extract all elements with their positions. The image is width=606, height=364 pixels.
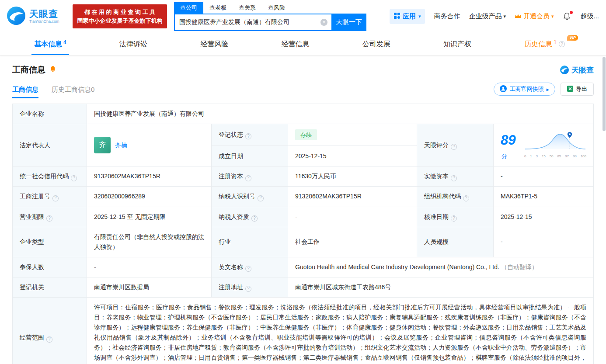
legal-rep-avatar[interactable]: 齐: [94, 137, 111, 153]
snapshot-icon: [500, 85, 507, 94]
reg-number-value: 320602000966289: [87, 187, 212, 207]
reg-capital-label: 注册资本?: [212, 166, 288, 187]
vip-badge: VIP: [567, 35, 578, 41]
org-code-label: 组织机构代码?: [417, 187, 494, 207]
business-term-value: 2025-12-15 至 无固定期限: [87, 207, 212, 227]
business-term-label: 营业期限?: [13, 207, 87, 227]
promo-line1: 都 在 用 的 商 业 查 询 工 具: [75, 8, 164, 17]
tab-basic-info[interactable]: 基本信息 4: [31, 33, 69, 55]
help-icon[interactable]: ?: [559, 41, 565, 47]
export-button[interactable]: 导出: [561, 83, 594, 96]
score-axis: 0131550859799100: [524, 153, 586, 159]
help-icon[interactable]: ?: [451, 144, 457, 150]
reg-authority-value: 南通市崇川区数据局: [87, 277, 212, 297]
chevron-down-icon: ▾: [418, 14, 421, 19]
search-input[interactable]: [174, 14, 331, 31]
table-row: 企业名称 国投健康医养产业发展（南通）有限公司: [13, 104, 594, 124]
subtab-business-info[interactable]: 工商信息: [12, 86, 38, 98]
english-name-cell: Guotou Health and Medical Care Industry …: [288, 257, 594, 277]
score-label: 天眼评分?: [417, 124, 494, 166]
help-icon[interactable]: ?: [251, 215, 258, 222]
table-row: 登记机关 南通市崇川区数据局 注册地址? 南通市崇川区城东街道工农路486号: [13, 277, 594, 297]
tab-operation-risk[interactable]: 经营风险: [198, 33, 231, 55]
apps-menu-button[interactable]: 应用 ▾: [390, 9, 425, 24]
help-icon[interactable]: ?: [463, 195, 469, 201]
approval-date-value: 2025-12-15: [494, 207, 594, 227]
tab-operation-info[interactable]: 经营信息: [279, 33, 312, 55]
legal-rep-name-link[interactable]: 齐楠: [115, 140, 127, 150]
search-tab-relation[interactable]: 查关系: [233, 2, 262, 14]
company-type-label: 企业类型: [13, 227, 87, 257]
english-name-label: 英文名称?: [212, 257, 288, 277]
tab-count: 4: [63, 39, 66, 45]
tab-legal-litigation[interactable]: 法律诉讼: [117, 33, 150, 55]
business-cooperation-link[interactable]: 商务合作: [434, 12, 460, 21]
search-tab-risk[interactable]: 查风险: [262, 2, 291, 14]
taxpayer-id-label: 纳税人识别号?: [212, 187, 288, 207]
credit-code-value: 91320602MAK36TP15R: [87, 166, 212, 187]
legal-rep-label: 法定代表人: [13, 124, 87, 166]
reg-number-label: 工商注册号?: [13, 187, 87, 207]
help-icon[interactable]: ?: [258, 195, 264, 201]
help-icon[interactable]: ?: [245, 286, 251, 292]
apps-grid-icon: [394, 13, 400, 20]
insured-count-label: 参保人数: [13, 257, 87, 277]
table-row: 经营范围? 许可项目：住宿服务；医疗服务；食品销售；餐饮服务；理发服务；洗浴服务…: [13, 297, 594, 364]
org-code-value: MAK36TP1-5: [494, 187, 594, 207]
establish-date-label: 成立日期: [212, 146, 288, 166]
notification-bell-icon[interactable]: [562, 12, 571, 21]
tab-intellectual-property[interactable]: 知识产权: [441, 33, 474, 55]
main-content: 工商信息 天眼查 工商信息 历史工商信息0: [0, 64, 606, 364]
help-icon[interactable]: ?: [52, 195, 59, 201]
reg-status-label: 登记状态?: [212, 124, 288, 146]
alarm-bell-icon[interactable]: [49, 65, 57, 75]
help-icon[interactable]: ?: [245, 266, 251, 272]
enterprise-products-link[interactable]: 企业级产品 ▾: [469, 12, 506, 21]
tab-history-info[interactable]: VIP 历史信息 1 ?: [522, 33, 575, 55]
official-snapshot-button[interactable]: 工商官网快照 ▸: [494, 83, 555, 96]
promo-line2: 国家中小企业发展子基金旗下机构: [75, 17, 164, 25]
super-vip-link[interactable]: 超级...: [580, 12, 599, 21]
promo-banner: 都 在 用 的 商 业 查 询 工 具 国家中小企业发展子基金旗下机构: [73, 4, 167, 28]
brand-domain: TianYanCha.com: [29, 20, 59, 24]
search-tabs: 查公司 查老板 查关系 查风险: [174, 2, 366, 14]
business-scope-label: 经营范围?: [13, 297, 87, 364]
help-icon[interactable]: ?: [46, 215, 52, 222]
industry-value: 社会工作: [288, 227, 417, 257]
open-vip-link[interactable]: 开通会员 ▾: [515, 12, 554, 21]
search-tab-company[interactable]: 查公司: [174, 2, 203, 14]
table-row: 工商注册号? 320602000966289 纳税人识别号? 91320602M…: [13, 187, 594, 207]
help-icon[interactable]: ?: [46, 336, 52, 343]
tab-company-development[interactable]: 公司发展: [360, 33, 393, 55]
table-row: 法定代表人 齐 齐楠 登记状态? 存续 天眼评分?: [13, 124, 594, 146]
help-icon[interactable]: ?: [245, 133, 251, 139]
approval-date-label: 核准日期?: [417, 207, 494, 227]
tianyancha-logo[interactable]: 天眼查 TianYanCha.com: [6, 6, 66, 28]
score-cell: 89分: [494, 124, 594, 166]
establish-date-value: 2025-12-15: [288, 146, 417, 166]
clear-search-icon[interactable]: ×: [320, 19, 327, 26]
help-icon[interactable]: ?: [451, 175, 457, 181]
paid-capital-label: 实缴资本?: [417, 166, 494, 187]
section-brand-logo: 天眼查: [560, 65, 594, 75]
credit-code-label: 统一社会信用代码?: [13, 166, 87, 187]
table-row: 企业类型 有限责任公司（非自然人投资或控股的法人独资） 行业 社会工作 人员规模…: [13, 227, 594, 257]
search-tab-boss[interactable]: 查老板: [203, 2, 233, 14]
staff-size-label: 人员规模: [417, 227, 494, 257]
paid-capital-value: -: [494, 166, 594, 187]
chevron-down-icon: ▾: [551, 14, 554, 19]
help-icon[interactable]: ?: [245, 175, 251, 181]
score-value: 89: [501, 132, 515, 148]
help-icon[interactable]: ?: [71, 175, 77, 181]
taxpayer-quality-value: -: [288, 207, 417, 227]
scrollbar-thumb[interactable]: [603, 57, 606, 131]
industry-label: 行业: [212, 227, 288, 257]
table-row: 统一社会信用代码? 91320602MAK36TP15R 注册资本? 11630…: [13, 166, 594, 187]
subtab-history-business-info[interactable]: 历史工商信息0: [52, 86, 94, 98]
search-button[interactable]: 天眼一下: [331, 14, 366, 31]
tianyancha-logo-icon: [6, 6, 26, 28]
company-type-value: 有限责任公司（非自然人投资或控股的法人独资）: [87, 227, 212, 257]
help-icon[interactable]: ?: [451, 215, 457, 222]
notification-dot: [570, 11, 573, 14]
arrow-right-icon: ▸: [546, 86, 549, 93]
